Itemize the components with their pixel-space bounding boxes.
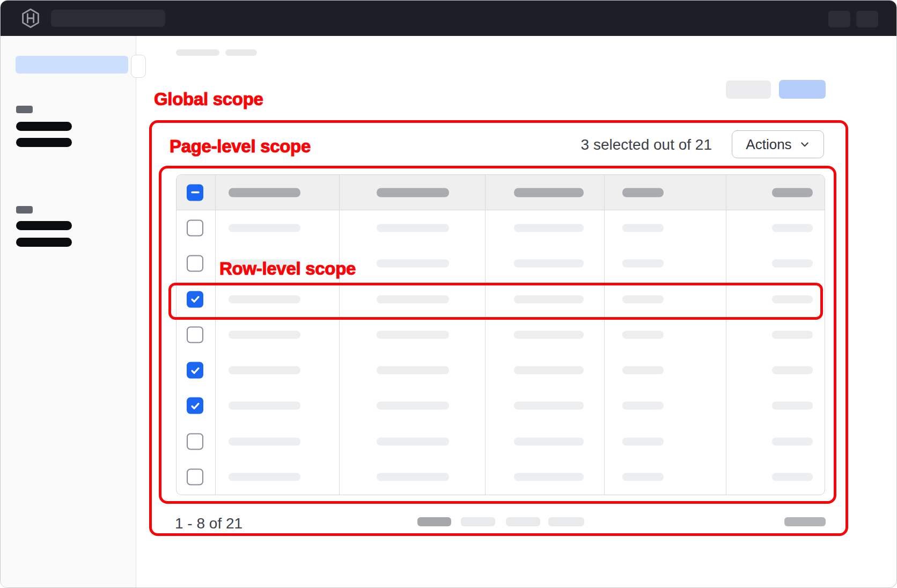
column-header-placeholder bbox=[622, 188, 664, 197]
cell-placeholder bbox=[622, 402, 664, 410]
table-header bbox=[177, 175, 825, 210]
cell-placeholder bbox=[377, 260, 449, 268]
cell-placeholder bbox=[229, 402, 300, 410]
cell-placeholder bbox=[377, 224, 449, 232]
navbar-search-input[interactable] bbox=[51, 10, 165, 27]
cell-placeholder bbox=[622, 295, 664, 303]
cell-placeholder bbox=[229, 366, 300, 374]
cell-placeholder bbox=[377, 366, 449, 374]
navbar-button-1[interactable] bbox=[828, 11, 850, 27]
cell-placeholder bbox=[772, 224, 813, 232]
actions-button[interactable]: Actions bbox=[732, 130, 824, 158]
hashicorp-logo-icon bbox=[20, 8, 41, 29]
pagination-page-placeholder[interactable] bbox=[461, 517, 495, 526]
sidebar-collapse-handle[interactable] bbox=[131, 55, 146, 78]
cell-placeholder bbox=[229, 224, 300, 232]
column-divider bbox=[726, 175, 726, 495]
cell-placeholder bbox=[622, 366, 664, 374]
cell-placeholder bbox=[229, 330, 300, 339]
cell-placeholder bbox=[772, 260, 813, 268]
cell-placeholder bbox=[514, 330, 584, 339]
row-checkbox[interactable] bbox=[187, 433, 203, 450]
navbar-button-2[interactable] bbox=[856, 11, 878, 27]
check-icon bbox=[189, 364, 201, 376]
table-row[interactable] bbox=[177, 459, 825, 495]
pagination-range: 1 - 8 of 21 bbox=[175, 515, 242, 532]
row-checkbox[interactable] bbox=[187, 255, 203, 272]
select-all-checkbox[interactable] bbox=[187, 184, 203, 201]
row-checkbox[interactable] bbox=[187, 362, 203, 379]
cell-placeholder bbox=[514, 366, 584, 374]
cell-placeholder bbox=[622, 330, 664, 339]
table-row[interactable] bbox=[177, 282, 825, 317]
cell-placeholder bbox=[772, 473, 813, 481]
sidebar bbox=[1, 36, 136, 587]
cell-placeholder bbox=[514, 473, 584, 481]
table-row[interactable] bbox=[177, 424, 825, 459]
sidebar-active-item[interactable] bbox=[16, 56, 128, 74]
minus-icon bbox=[189, 187, 201, 199]
row-checkbox[interactable] bbox=[187, 220, 203, 237]
selection-summary: 3 selected out of 21 bbox=[581, 136, 712, 153]
global-scope-label: Global scope bbox=[154, 90, 263, 109]
cell-placeholder bbox=[377, 473, 449, 481]
cell-placeholder bbox=[772, 402, 813, 410]
row-scope-label: Row-level scope bbox=[219, 259, 356, 278]
table-row[interactable] bbox=[177, 352, 825, 388]
primary-button-placeholder[interactable] bbox=[779, 80, 826, 99]
cell-placeholder bbox=[514, 295, 584, 303]
pagination-page-placeholder[interactable] bbox=[548, 517, 584, 526]
row-checkbox[interactable] bbox=[187, 326, 203, 343]
sidebar-section-label bbox=[16, 106, 33, 113]
sidebar-section-label bbox=[16, 206, 33, 214]
pagination-next-placeholder[interactable] bbox=[784, 517, 826, 526]
column-divider bbox=[339, 175, 340, 495]
check-icon bbox=[189, 293, 201, 305]
cell-placeholder bbox=[377, 330, 449, 339]
cell-placeholder bbox=[377, 402, 449, 410]
row-checkbox[interactable] bbox=[187, 468, 203, 485]
actions-button-label: Actions bbox=[746, 136, 791, 153]
cell-placeholder bbox=[514, 224, 584, 232]
cell-placeholder bbox=[514, 260, 584, 268]
column-header-placeholder bbox=[514, 188, 584, 197]
column-divider bbox=[604, 175, 605, 495]
table-body bbox=[177, 210, 825, 495]
sidebar-item-placeholder[interactable] bbox=[16, 238, 72, 247]
cell-placeholder bbox=[622, 224, 664, 232]
data-table bbox=[176, 174, 825, 495]
app-window: Global scope Page-level scope Row-level … bbox=[0, 0, 897, 588]
cell-placeholder bbox=[622, 260, 664, 268]
cell-placeholder bbox=[772, 366, 813, 374]
cell-placeholder bbox=[229, 437, 300, 445]
sidebar-item-placeholder[interactable] bbox=[16, 221, 72, 230]
cell-placeholder bbox=[772, 295, 813, 303]
column-divider bbox=[485, 175, 486, 495]
cell-placeholder bbox=[229, 295, 300, 303]
breadcrumb-item[interactable] bbox=[225, 49, 257, 56]
top-navbar bbox=[1, 1, 896, 36]
pagination-page-placeholder[interactable] bbox=[417, 517, 451, 526]
table-row[interactable] bbox=[177, 388, 825, 423]
cell-placeholder bbox=[622, 437, 664, 445]
cell-placeholder bbox=[377, 295, 449, 303]
check-icon bbox=[189, 400, 201, 411]
sidebar-item-placeholder[interactable] bbox=[16, 138, 72, 147]
table-row[interactable] bbox=[177, 317, 825, 352]
pagination-page-placeholder[interactable] bbox=[506, 517, 540, 526]
row-checkbox[interactable] bbox=[187, 291, 203, 307]
table-row[interactable] bbox=[177, 210, 825, 246]
cell-placeholder bbox=[772, 330, 813, 339]
column-divider bbox=[215, 175, 216, 495]
chevron-down-icon bbox=[799, 139, 810, 150]
breadcrumb-item[interactable] bbox=[176, 49, 219, 56]
column-header-placeholder bbox=[377, 188, 449, 197]
cell-placeholder bbox=[229, 473, 300, 481]
secondary-button-placeholder[interactable] bbox=[726, 80, 771, 99]
cell-placeholder bbox=[622, 473, 664, 481]
cell-placeholder bbox=[377, 437, 449, 445]
row-checkbox[interactable] bbox=[187, 398, 203, 414]
page-scope-label: Page-level scope bbox=[170, 137, 311, 156]
cell-placeholder bbox=[514, 402, 584, 410]
sidebar-item-placeholder[interactable] bbox=[16, 122, 72, 131]
